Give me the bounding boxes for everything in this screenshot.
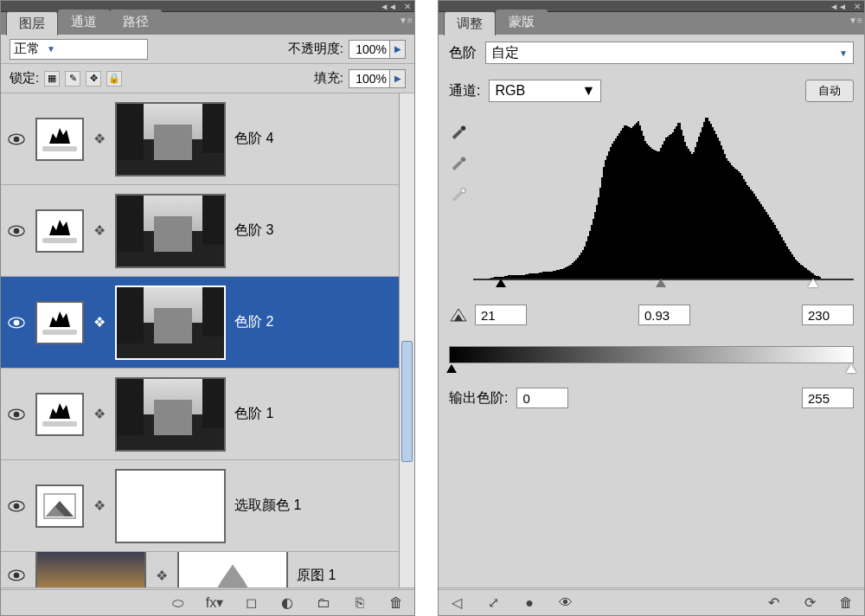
chevron-down-icon: ▼: [582, 83, 596, 99]
visibility-toggle[interactable]: [6, 565, 27, 586]
layer-row-levels4[interactable]: ❖ 色阶 4: [1, 93, 414, 185]
histogram-area: [449, 116, 854, 280]
layer-mask-thumb[interactable]: [115, 469, 226, 543]
lock-all-icon[interactable]: 🔒: [106, 71, 122, 87]
close-icon[interactable]: ✕: [404, 2, 411, 11]
adjustment-header: 色阶 自定 ▼: [449, 42, 854, 64]
white-eyedropper-icon[interactable]: [449, 183, 468, 202]
svg-point-18: [14, 573, 20, 579]
collapse-icon[interactable]: ◄◄: [380, 2, 397, 11]
preview-toggle-icon[interactable]: 👁: [556, 594, 575, 613]
reset-previous-icon[interactable]: ↶: [764, 594, 783, 613]
visibility-toggle[interactable]: [6, 221, 27, 241]
panel-menu-icon[interactable]: ▼≡: [849, 16, 861, 28]
link-icon[interactable]: ❖: [93, 497, 106, 515]
input-white-field[interactable]: [802, 305, 854, 325]
layer-row-levels3[interactable]: ❖ 色阶 3: [1, 185, 414, 277]
channel-value: RGB: [495, 83, 525, 99]
layer-thumb[interactable]: [35, 552, 146, 587]
gray-eyedropper-icon[interactable]: [449, 152, 468, 171]
new-group-icon[interactable]: 🗀: [314, 594, 333, 613]
white-point-slider[interactable]: [808, 279, 818, 287]
tab-paths[interactable]: 路径: [110, 10, 162, 35]
delete-adjustment-icon[interactable]: 🗑: [836, 594, 855, 613]
eyedropper-column: [449, 116, 468, 280]
link-icon[interactable]: ❖: [155, 567, 169, 584]
tab-layers[interactable]: 图层: [6, 11, 58, 35]
blend-mode-select[interactable]: 正常 ▼: [10, 39, 148, 60]
collapse-icon[interactable]: ◄◄: [830, 2, 847, 11]
tab-adjustments[interactable]: 调整: [444, 11, 496, 35]
layer-row-selcolor1[interactable]: ❖ 选取颜色 1: [1, 460, 414, 552]
add-adjustment-icon[interactable]: ◐: [278, 594, 297, 613]
output-white-slider[interactable]: [846, 364, 856, 373]
layer-row-levels1[interactable]: ❖ 色阶 1: [1, 369, 414, 460]
reset-defaults-icon[interactable]: ⟳: [800, 594, 819, 613]
opacity-spinner[interactable]: ▶: [390, 40, 406, 59]
fill-spinner[interactable]: ▶: [390, 69, 406, 88]
auto-button[interactable]: 自动: [805, 80, 854, 102]
svg-point-7: [14, 319, 20, 325]
gamma-slider[interactable]: [656, 279, 666, 287]
histogram-chart: [473, 116, 854, 280]
preset-select[interactable]: 自定 ▼: [485, 42, 854, 64]
visibility-toggle[interactable]: [6, 312, 27, 333]
link-icon[interactable]: ❖: [93, 131, 106, 148]
adjustments-toolbar: ◁ ⤢ ● 👁 ↶ ⟳ 🗑: [439, 587, 864, 615]
input-levels-row: [449, 305, 854, 325]
fill-field[interactable]: [349, 69, 390, 88]
visibility-toggle[interactable]: [6, 404, 27, 425]
clip-warning-icon[interactable]: [449, 307, 468, 323]
svg-marker-5: [49, 220, 70, 235]
layer-name: 色阶 3: [234, 221, 273, 240]
input-gamma-field[interactable]: [638, 305, 690, 325]
layer-mask-thumb[interactable]: [115, 286, 226, 360]
expand-view-icon[interactable]: ⤢: [484, 594, 503, 613]
input-black-field[interactable]: [475, 305, 527, 325]
back-icon[interactable]: ◁: [447, 594, 466, 613]
lock-pixels-icon[interactable]: ✎: [65, 71, 80, 87]
add-mask-icon[interactable]: ◻: [241, 594, 260, 613]
adjustments-panel: ◄◄ ✕ 调整 蒙版 ▼≡ 色阶 自定 ▼ 通道: RGB ▼ 自动: [438, 0, 865, 616]
delete-layer-icon[interactable]: 🗑: [387, 594, 406, 613]
tab-channels[interactable]: 通道: [58, 10, 110, 35]
lock-transparency-icon[interactable]: ▦: [44, 71, 60, 87]
black-eyedropper-icon[interactable]: [449, 121, 468, 140]
channel-select[interactable]: RGB ▼: [489, 80, 601, 102]
layer-mask-thumb[interactable]: [115, 102, 226, 176]
layers-scrollbar[interactable]: [399, 93, 414, 587]
svg-point-1: [14, 136, 20, 142]
output-black-slider[interactable]: [446, 364, 457, 373]
layer-mask-thumb[interactable]: [115, 377, 226, 452]
svg-point-10: [14, 411, 20, 417]
layer-mask-thumb[interactable]: [115, 194, 226, 268]
new-layer-icon[interactable]: ⎘: [350, 594, 369, 613]
panel-menu-icon[interactable]: ▼≡: [399, 16, 411, 28]
opacity-field[interactable]: [349, 40, 390, 59]
output-label: 输出色阶:: [449, 389, 508, 407]
layer-row-original[interactable]: ❖ 原图 1: [1, 552, 414, 587]
link-layers-icon[interactable]: ⬭: [169, 594, 188, 613]
layer-row-levels2[interactable]: ❖ 色阶 2: [1, 277, 414, 369]
layer-style-icon[interactable]: fx▾: [205, 594, 224, 613]
close-icon[interactable]: ✕: [854, 2, 861, 11]
clip-to-layer-icon[interactable]: ●: [520, 594, 539, 613]
blend-mode-value: 正常: [14, 41, 40, 57]
visibility-toggle[interactable]: [6, 129, 27, 150]
svg-marker-2: [49, 128, 70, 144]
layer-mask-thumb[interactable]: [177, 552, 288, 587]
link-icon[interactable]: ❖: [93, 222, 106, 240]
output-white-field[interactable]: [802, 388, 854, 408]
lock-position-icon[interactable]: ✥: [86, 71, 101, 87]
visibility-toggle[interactable]: [6, 496, 27, 517]
fill-input[interactable]: ▶: [349, 69, 406, 88]
output-black-field[interactable]: [516, 388, 568, 408]
scrollbar-thumb[interactable]: [401, 341, 413, 462]
link-icon[interactable]: ❖: [93, 406, 106, 423]
black-point-slider[interactable]: [496, 279, 506, 287]
opacity-input[interactable]: ▶: [349, 40, 406, 59]
layers-panel: ◄◄ ✕ 图层 通道 路径 ▼≡ 正常 ▼ 不透明度: ▶ 锁定: ▦ ✎ ✥ …: [0, 0, 415, 616]
tab-masks[interactable]: 蒙版: [496, 10, 548, 35]
svg-point-20: [461, 126, 466, 132]
link-icon[interactable]: ❖: [93, 314, 106, 331]
